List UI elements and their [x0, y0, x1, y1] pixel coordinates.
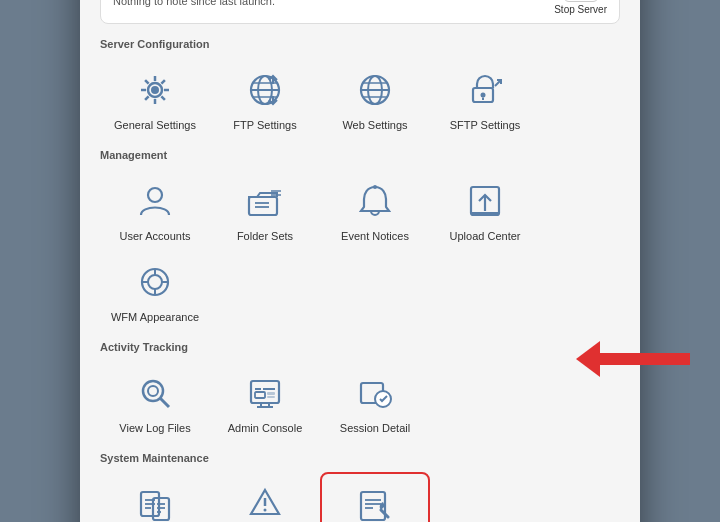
- admin-console-icon: [241, 369, 289, 417]
- session-detail-icon: [351, 369, 399, 417]
- system-maintenance-label: System Maintenance: [100, 452, 620, 464]
- web-settings-item[interactable]: Web Settings: [320, 58, 430, 139]
- general-settings-label: General Settings: [114, 119, 196, 131]
- wfm-appearance-icon: [131, 258, 179, 306]
- svg-rect-50: [267, 392, 275, 395]
- blocked-clients-item[interactable]: Blocked Clients: [210, 472, 320, 523]
- file-types-item[interactable]: File Types: [100, 472, 210, 523]
- file-types-icon: [131, 480, 179, 523]
- upload-center-label: Upload Center: [450, 230, 521, 242]
- upload-center-item[interactable]: Upload Center: [430, 169, 540, 250]
- session-detail-item[interactable]: Session Detail: [320, 361, 430, 442]
- user-accounts-item[interactable]: User Accounts: [100, 169, 210, 250]
- main-content: Administrator Advisory Nothing to note s…: [80, 0, 640, 522]
- svg-rect-28: [249, 197, 277, 215]
- general-settings-item[interactable]: General Settings: [100, 58, 210, 139]
- folder-sets-label: Folder Sets: [237, 230, 293, 242]
- svg-line-8: [161, 96, 165, 100]
- wfm-appearance-label: WFM Appearance: [111, 311, 199, 323]
- admin-console-item[interactable]: Admin Console: [210, 361, 320, 442]
- user-accounts-icon: [131, 177, 179, 225]
- user-accounts-label: User Accounts: [120, 230, 191, 242]
- svg-point-33: [373, 185, 377, 189]
- sftp-settings-item[interactable]: SFTP Settings: [430, 58, 540, 139]
- sftp-settings-label: SFTP Settings: [450, 119, 521, 131]
- view-log-files-icon: [131, 369, 179, 417]
- advisory-icons: ⚠ Stop Server: [532, 0, 607, 15]
- web-settings-icon: [351, 66, 399, 114]
- license-support-icon: [351, 482, 399, 523]
- svg-point-25: [481, 92, 486, 97]
- management-label: Management: [100, 149, 620, 161]
- arrow-body: [600, 353, 690, 365]
- activity-grid: View Log Files: [100, 361, 620, 442]
- svg-point-11: [151, 86, 159, 94]
- advisory-text: Nothing to note since last launch.: [113, 0, 532, 7]
- activity-tracking-label: Activity Tracking: [100, 341, 620, 353]
- admin-console-label: Admin Console: [228, 422, 303, 434]
- wfm-appearance-item[interactable]: WFM Appearance: [100, 250, 210, 331]
- ftp-settings-item[interactable]: FTP Settings: [210, 58, 320, 139]
- svg-point-67: [264, 508, 267, 511]
- advisory-panel: Administrator Advisory Nothing to note s…: [100, 0, 620, 24]
- maintenance-grid: File Types Blocked Clients: [100, 472, 620, 523]
- svg-rect-51: [267, 396, 275, 398]
- advisory-left: Administrator Advisory Nothing to note s…: [113, 0, 532, 7]
- svg-point-27: [148, 188, 162, 202]
- view-log-files-item[interactable]: View Log Files: [100, 361, 210, 442]
- event-notices-label: Event Notices: [341, 230, 409, 242]
- event-notices-item[interactable]: Event Notices: [320, 169, 430, 250]
- folder-sets-item[interactable]: Folder Sets: [210, 169, 320, 250]
- svg-line-9: [161, 80, 165, 84]
- warning-icon: ⚠: [532, 0, 546, 3]
- svg-line-7: [145, 80, 149, 84]
- view-log-files-label: View Log Files: [119, 422, 190, 434]
- stop-server-label: Stop Server: [554, 4, 607, 15]
- server-config-label: Server Configuration: [100, 38, 620, 50]
- svg-rect-49: [255, 392, 265, 398]
- blocked-clients-icon: [241, 480, 289, 523]
- svg-point-38: [148, 275, 162, 289]
- license-support-item[interactable]: License & Support: [320, 472, 430, 523]
- stop-server-icon: [563, 0, 599, 2]
- general-settings-icon: [131, 66, 179, 114]
- arrow-head: [576, 341, 600, 377]
- web-settings-label: Web Settings: [342, 119, 407, 131]
- ftp-settings-label: FTP Settings: [233, 119, 296, 131]
- svg-point-45: [148, 386, 158, 396]
- svg-line-10: [145, 96, 149, 100]
- main-window: Rumpus Pro (Trial Expires April 30, 2024…: [80, 0, 640, 522]
- upload-center-icon: [461, 177, 509, 225]
- red-arrow: [576, 341, 690, 377]
- folder-sets-icon: [241, 177, 289, 225]
- stop-server-button[interactable]: Stop Server: [554, 0, 607, 15]
- server-config-grid: General Settings: [100, 58, 620, 139]
- sftp-settings-icon: [461, 66, 509, 114]
- svg-line-44: [160, 398, 169, 407]
- management-grid: User Accounts Folder Sets: [100, 169, 620, 331]
- event-notices-icon: [351, 177, 399, 225]
- session-detail-label: Session Detail: [340, 422, 410, 434]
- ftp-settings-icon: [241, 66, 289, 114]
